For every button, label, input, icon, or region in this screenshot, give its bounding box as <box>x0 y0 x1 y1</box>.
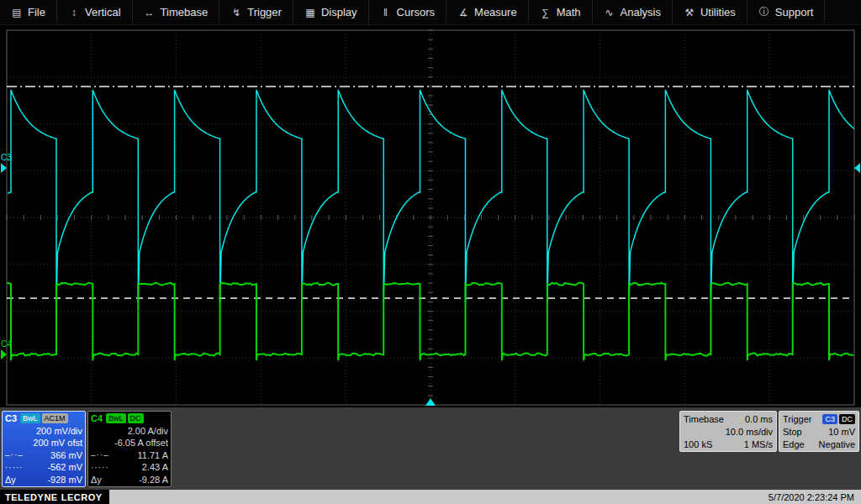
menu-item-file[interactable]: ▤File <box>0 0 57 24</box>
menu-item-trigger[interactable]: ↯Trigger <box>219 0 293 24</box>
file-icon: ▤ <box>11 7 23 18</box>
c3-cursor2-row: ·····-562 mV <box>5 461 82 474</box>
menu-item-file-label: File <box>28 6 45 18</box>
c3-label: C3 <box>5 413 17 423</box>
footer-bar: TELEDYNE LECROY 5/7/2020 2:23:24 PM <box>0 490 861 504</box>
menu-item-cursors-label: Cursors <box>397 6 436 18</box>
brand-primary: TELEDYNE <box>5 492 58 502</box>
support-icon: ⓘ <box>758 5 770 19</box>
menu-item-display-label: Display <box>321 6 357 18</box>
menu-item-math[interactable]: ∑Math <box>529 0 593 24</box>
c4-scale-row: 2.00 A/div <box>91 425 168 438</box>
trigger-type-value: Edge <box>783 439 805 449</box>
timebase-header-row: Timebase0.0 ms <box>684 412 773 425</box>
trigger-type-row: EdgeNegative <box>783 438 855 450</box>
menu-item-math-label: Math <box>557 6 581 18</box>
c4-label: C4 <box>91 413 103 423</box>
menu-item-analysis[interactable]: ∿Analysis <box>593 0 673 24</box>
c3-cursor1-value: 366 mV <box>50 450 82 460</box>
c4-descriptor-header: C4 BwL DC <box>91 412 168 425</box>
trigger-icon: ↯ <box>230 7 242 18</box>
menu-item-cursors[interactable]: ‖Cursors <box>369 0 447 24</box>
timebase-icon: ↔ <box>144 7 156 18</box>
math-icon: ∑ <box>540 7 552 18</box>
menu-item-timebase-label: Timebase <box>161 6 209 18</box>
trigger-title: Trigger <box>783 414 811 424</box>
c3-descriptor-box[interactable]: C3 BwL AC1M 200 mV/div 200 mV ofst –··–3… <box>2 411 86 487</box>
c3-delta-row: Δy-928 mV <box>5 474 82 486</box>
menu-item-utilities[interactable]: ⚒Utilities <box>673 0 747 24</box>
c4-descriptor-box[interactable]: C4 BwL DC 2.00 A/div -6.05 A offset –··–… <box>87 411 172 487</box>
dashdot-line-icon: –··– <box>91 450 109 459</box>
c4-cursor1-row: –··–11.71 A <box>91 449 168 462</box>
c4-scale-value: 2.00 A/div <box>128 426 168 436</box>
c3-descriptor-header: C3 BwL AC1M <box>5 412 82 425</box>
vertical-icon: ↕ <box>68 7 80 18</box>
c3-cursor1-row: –··–366 mV <box>5 449 82 462</box>
c3-scale-value: 200 mV/div <box>36 426 82 436</box>
c3-bandwidth-badge: BwL <box>20 413 40 423</box>
timebase-scale-row: 10.0 ms/div <box>684 425 773 438</box>
c3-offset-marker[interactable] <box>1 163 7 173</box>
menu-item-analysis-label: Analysis <box>621 6 661 18</box>
timebase-sampling-row: 100 kS1 MS/s <box>684 438 773 450</box>
analysis-icon: ∿ <box>604 7 615 18</box>
scope-display-area: C3C4 <box>0 25 861 407</box>
menu-bar: ▤File ↕Vertical ↔Timebase ↯Trigger ▦Disp… <box>0 0 861 25</box>
c3-offset-row: 200 mV ofst <box>5 437 82 449</box>
menu-item-timebase[interactable]: ↔Timebase <box>133 0 220 24</box>
c4-cursor2-value: 2.43 A <box>142 462 168 472</box>
utilities-icon: ⚒ <box>684 7 695 18</box>
c4-delta-value: -9.28 A <box>139 475 168 485</box>
menu-item-vertical[interactable]: ↕Vertical <box>57 0 133 24</box>
menu-item-support[interactable]: ⓘSupport <box>747 0 826 24</box>
trigger-source-badge: C3 <box>822 414 837 424</box>
trigger-mode-row: Stop10 mV <box>783 425 855 438</box>
c3-offset-value: 200 mV ofst <box>33 438 82 448</box>
timebase-samples-value: 100 kS <box>684 439 712 449</box>
c3-delta-value: -928 mV <box>47 475 82 485</box>
display-icon: ▦ <box>304 7 316 18</box>
menu-item-measure-label: Measure <box>474 6 517 18</box>
c4-cursor2-row: ·····2.43 A <box>91 461 168 474</box>
c4-bandwidth-badge: BwL <box>106 413 126 423</box>
c4-marker-label: C4 <box>1 339 12 349</box>
trigger-descriptor-box[interactable]: Trigger C3 DC Stop10 mV EdgeNegative <box>779 411 859 452</box>
c4-delta-label: Δy <box>91 475 102 485</box>
menu-item-display[interactable]: ▦Display <box>293 0 369 24</box>
c3-scale-row: 200 mV/div <box>5 425 82 438</box>
timebase-title: Timebase <box>684 414 724 424</box>
dotted-line-icon: ····· <box>91 463 109 472</box>
menu-item-trigger-label: Trigger <box>247 6 282 18</box>
trigger-level-marker[interactable] <box>854 163 860 173</box>
timebase-descriptor-box[interactable]: Timebase0.0 ms 10.0 ms/div 100 kS1 MS/s <box>679 411 777 452</box>
status-panel: C3 BwL AC1M 200 mV/div 200 mV ofst –··–3… <box>0 407 861 490</box>
trigger-coupling-badge: DC <box>839 414 855 424</box>
c4-cursor1-value: 11.71 A <box>138 450 169 460</box>
datetime: 5/7/2020 2:23:24 PM <box>769 492 854 502</box>
cursors-icon: ‖ <box>380 7 392 18</box>
c3-delta-label: Δy <box>5 475 16 485</box>
teledyne-lecroy-logo: TELEDYNE LECROY <box>0 490 109 504</box>
c3-cursor2-value: -562 mV <box>47 462 82 472</box>
trigger-header-row: Trigger C3 DC <box>783 412 855 425</box>
timebase-position-value: 0.0 ms <box>745 414 773 424</box>
c4-offset-row: -6.05 A offset <box>91 437 168 449</box>
measure-icon: ∡ <box>457 7 469 18</box>
c4-offset-marker[interactable] <box>1 349 7 360</box>
dotted-line-icon: ····· <box>5 463 24 472</box>
timebase-rate-value: 1 MS/s <box>744 439 773 449</box>
timebase-scale-value: 10.0 ms/div <box>726 427 773 437</box>
menu-item-utilities-label: Utilities <box>700 6 736 18</box>
c3-trace <box>8 90 854 302</box>
trigger-mode-value: Stop <box>783 427 802 437</box>
c4-delta-row: Δy-9.28 A <box>91 474 168 486</box>
dashdot-line-icon: –··– <box>5 450 24 459</box>
taskbar: 5/7/2020 2:23:24 PM <box>109 490 861 504</box>
menu-item-measure[interactable]: ∡Measure <box>446 0 529 24</box>
c3-marker-label: C3 <box>1 153 12 162</box>
brand-secondary: LECROY <box>61 492 103 502</box>
waveform-display[interactable]: C3C4 <box>0 25 861 407</box>
c4-coupling-badge: DC <box>128 413 144 423</box>
trigger-time-marker[interactable] <box>425 398 436 406</box>
